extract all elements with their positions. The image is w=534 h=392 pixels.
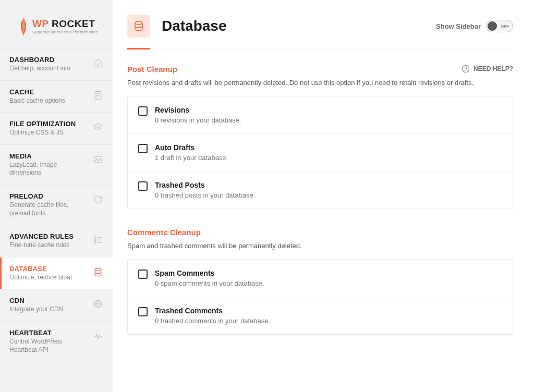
home-icon <box>93 58 103 68</box>
sidebar-item-label: MEDIA <box>9 152 82 160</box>
comments-cleanup-options: Spam Comments 0 spam comments in your da… <box>127 259 513 335</box>
sidebar-item-desc: Fine-tune cache rules <box>9 241 74 250</box>
checkbox-trashed-posts[interactable] <box>138 181 148 191</box>
sidebar-item-database[interactable]: DATABASE Optimize, reduce bloat <box>0 257 113 289</box>
svg-point-12 <box>95 268 101 271</box>
brand-name: WP ROCKET <box>32 19 98 29</box>
need-help-label: NEED HELP? <box>474 65 513 72</box>
option-title: Trashed Comments <box>155 307 270 315</box>
option-spam-comments: Spam Comments 0 spam comments in your da… <box>128 260 513 297</box>
option-desc: 0 trashed comments in your database. <box>155 317 270 325</box>
post-cleanup-options: Revisions 0 revisions in your database. … <box>127 96 513 209</box>
database-icon <box>93 267 103 277</box>
option-title: Spam Comments <box>155 269 264 277</box>
option-trashed-comments: Trashed Comments 0 trashed comments in y… <box>128 297 513 334</box>
sidebar-item-label: CACHE <box>9 88 65 96</box>
sidebar-item-file-optimization[interactable]: FILE OPTIMIZATION Optimize CSS & JS <box>0 112 113 144</box>
sidebar-item-desc: Generate cache files, preload fonts <box>9 201 82 217</box>
sidebar-item-label: PRELOAD <box>9 192 82 200</box>
sidebar-item-label: DATABASE <box>9 265 72 273</box>
page-title: Database <box>162 18 227 34</box>
option-title: Auto Drafts <box>155 143 228 152</box>
section-comments-cleanup: Comments Cleanup Spam and trashed commen… <box>127 228 513 335</box>
option-desc: 1 draft in your database. <box>155 154 228 162</box>
section-desc: Spam and trashed comments will be perman… <box>127 242 513 250</box>
sidebar-item-desc: Optimize, reduce bloat <box>9 274 72 282</box>
sidebar-item-preload[interactable]: PRELOAD Generate cache files, preload fo… <box>0 185 113 225</box>
svg-point-16 <box>465 70 466 71</box>
heartbeat-icon <box>93 331 103 341</box>
option-title: Trashed Posts <box>155 181 255 189</box>
option-auto-drafts: Auto Drafts 1 draft in your database. <box>128 134 513 172</box>
toggle-knob <box>488 21 497 31</box>
option-revisions: Revisions 0 revisions in your database. <box>128 96 513 134</box>
toggle-state-label: OFF <box>501 24 509 29</box>
sidebar-item-label: ADVANCED RULES <box>9 232 74 240</box>
show-sidebar-label: Show Sidebar <box>436 22 481 30</box>
help-icon <box>461 64 470 74</box>
globe-icon <box>93 299 103 309</box>
sidebar-item-desc: LazyLoad, image dimensions <box>9 161 82 177</box>
svg-point-5 <box>95 158 97 160</box>
show-sidebar-toggle[interactable]: OFF <box>486 20 513 32</box>
sidebar-item-label: HEARTBEAT <box>9 329 82 337</box>
file-icon <box>93 90 103 101</box>
sidebar-item-cache[interactable]: CACHE Basic cache options <box>0 80 113 113</box>
option-trashed-posts: Trashed Posts 0 trashed posts in your da… <box>128 172 513 209</box>
checkbox-auto-drafts[interactable] <box>138 144 148 153</box>
section-title: Post Cleanup <box>127 65 177 74</box>
sidebar-item-cdn[interactable]: CDN Integrate your CDN <box>0 289 113 321</box>
section-desc: Post revisions and drafts will be perman… <box>127 79 513 87</box>
brand-logo: WP ROCKET Superior WordPress Performance <box>0 8 113 48</box>
sidebar-item-desc: Integrate your CDN <box>9 305 63 314</box>
checkbox-revisions[interactable] <box>138 106 148 116</box>
option-desc: 0 revisions in your database. <box>155 116 241 124</box>
sidebar: WP ROCKET Superior WordPress Performance… <box>0 0 113 392</box>
svg-point-14 <box>135 21 142 24</box>
sidebar-item-desc: Control WordPress Heartbeat API <box>9 338 82 354</box>
section-post-cleanup: Post Cleanup NEED HELP? Post revisions a… <box>127 64 513 209</box>
brand-tagline: Superior WordPress Performance <box>32 30 98 34</box>
sidebar-item-desc: Get help, account info <box>9 65 70 73</box>
sidebar-item-desc: Optimize CSS & JS <box>9 129 76 137</box>
sidebar-item-desc: Basic cache options <box>9 97 65 105</box>
image-icon <box>93 154 103 165</box>
sidebar-nav: DASHBOARD Get help, account info CACHE B… <box>0 48 113 361</box>
section-title: Comments Cleanup <box>127 228 201 237</box>
sidebar-item-label: DASHBOARD <box>9 56 70 64</box>
svg-rect-6 <box>94 237 96 238</box>
main-content: Database Show Sidebar OFF Post Cleanup N… <box>113 0 534 392</box>
sidebar-item-media[interactable]: MEDIA LazyLoad, image dimensions <box>0 144 113 185</box>
checkbox-spam-comments[interactable] <box>138 270 148 279</box>
checkbox-trashed-comments[interactable] <box>138 307 148 316</box>
sidebar-item-heartbeat[interactable]: HEARTBEAT Control WordPress Heartbeat AP… <box>0 321 113 361</box>
sidebar-item-label: FILE OPTIMIZATION <box>9 120 76 128</box>
need-help-link[interactable]: NEED HELP? <box>461 64 513 74</box>
rocket-icon <box>18 18 29 35</box>
sidebar-item-dashboard[interactable]: DASHBOARD Get help, account info <box>0 48 113 80</box>
option-desc: 0 trashed posts in your database. <box>155 191 255 199</box>
option-title: Revisions <box>155 106 241 114</box>
sidebar-item-label: CDN <box>9 297 63 304</box>
page-icon-box <box>127 15 150 38</box>
refresh-icon <box>93 194 103 205</box>
layers-icon <box>93 122 103 132</box>
sidebar-item-advanced-rules[interactable]: ADVANCED RULES Fine-tune cache rules <box>0 225 113 257</box>
database-icon <box>132 20 145 32</box>
option-desc: 0 spam comments in your database. <box>155 279 264 287</box>
svg-rect-10 <box>94 242 96 243</box>
list-icon <box>93 235 103 245</box>
page-header: Database Show Sidebar OFF <box>127 15 513 50</box>
svg-rect-8 <box>94 239 96 241</box>
